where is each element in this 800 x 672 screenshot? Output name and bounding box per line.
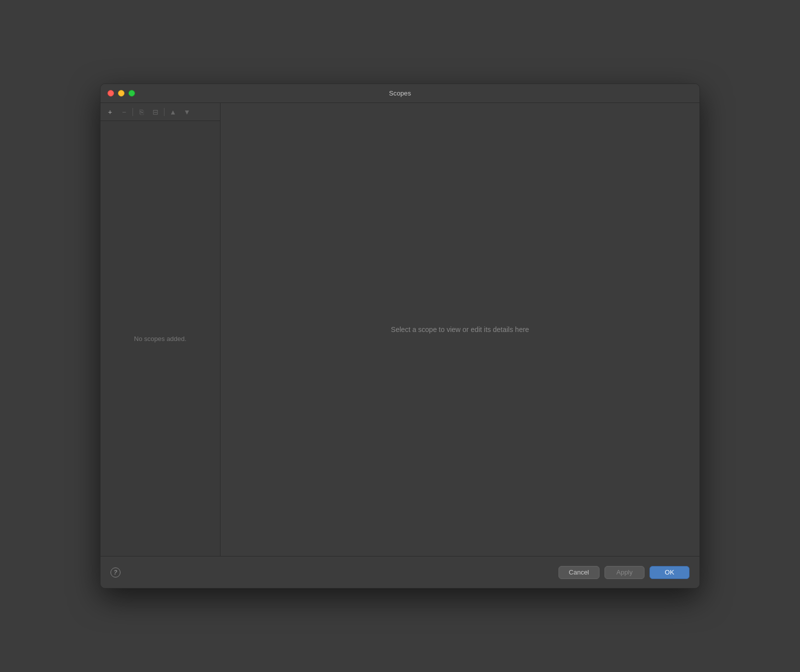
scope-list: No scopes added. bbox=[100, 121, 220, 556]
plus-icon: + bbox=[108, 108, 112, 116]
sidebar-empty-message: No scopes added. bbox=[100, 125, 220, 552]
scopes-dialog: Scopes + − ⎘ ⊟ ▲ bbox=[100, 84, 700, 588]
save-scope-button[interactable]: ⊟ bbox=[149, 106, 162, 118]
copy-icon: ⎘ bbox=[140, 108, 144, 116]
chevron-down-icon: ▼ bbox=[184, 108, 190, 116]
footer: ? Cancel Apply OK bbox=[100, 556, 700, 588]
traffic-lights bbox=[108, 90, 135, 96]
sidebar: + − ⎘ ⊟ ▲ ▼ bbox=[100, 103, 220, 556]
detail-panel: Select a scope to view or edit its detai… bbox=[220, 103, 700, 556]
window-title: Scopes bbox=[389, 90, 411, 97]
ok-button[interactable]: OK bbox=[650, 566, 690, 579]
save-icon: ⊟ bbox=[152, 108, 158, 116]
chevron-up-icon: ▲ bbox=[170, 108, 176, 116]
add-scope-button[interactable]: + bbox=[104, 106, 116, 118]
toolbar-separator-1 bbox=[132, 108, 133, 116]
apply-button[interactable]: Apply bbox=[604, 566, 644, 579]
title-bar: Scopes bbox=[100, 84, 700, 103]
cancel-button[interactable]: Cancel bbox=[558, 566, 600, 579]
maximize-button[interactable] bbox=[128, 90, 135, 96]
main-content: + − ⎘ ⊟ ▲ ▼ bbox=[100, 103, 700, 556]
toolbar-separator-2 bbox=[164, 108, 164, 116]
sidebar-toolbar: + − ⎘ ⊟ ▲ ▼ bbox=[100, 103, 220, 121]
move-up-button[interactable]: ▲ bbox=[166, 106, 180, 118]
move-down-button[interactable]: ▼ bbox=[180, 106, 194, 118]
footer-left: ? bbox=[110, 568, 120, 578]
close-button[interactable] bbox=[108, 90, 114, 96]
minimize-button[interactable] bbox=[118, 90, 124, 96]
remove-scope-button[interactable]: − bbox=[118, 106, 130, 118]
help-button[interactable]: ? bbox=[110, 568, 120, 578]
copy-scope-button[interactable]: ⎘ bbox=[135, 106, 148, 118]
footer-right: Cancel Apply OK bbox=[558, 566, 690, 579]
detail-placeholder-text: Select a scope to view or edit its detai… bbox=[391, 326, 529, 334]
minus-icon: − bbox=[122, 108, 126, 116]
